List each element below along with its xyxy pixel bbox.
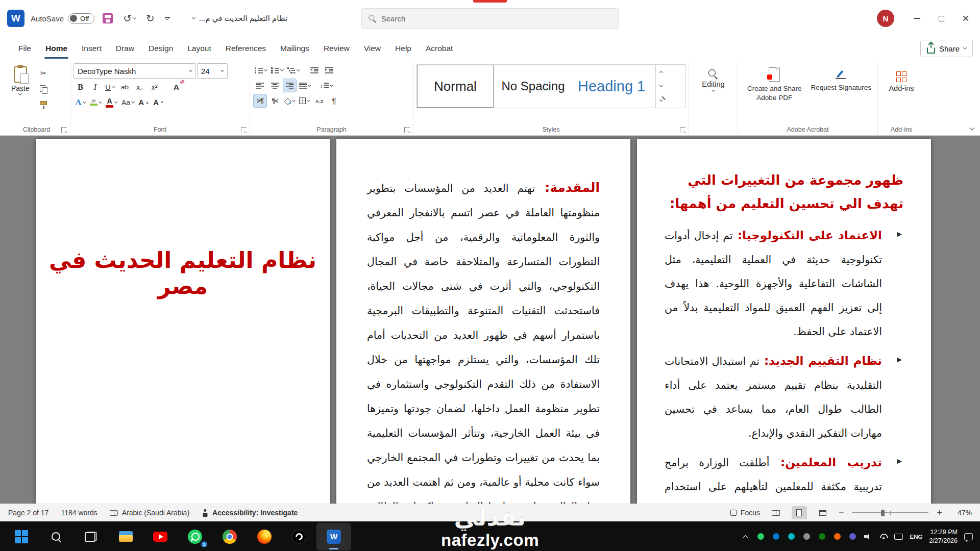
align-left-button[interactable]: [253, 79, 267, 92]
style-no-spacing[interactable]: No Spacing: [494, 65, 573, 108]
tab-review[interactable]: Review: [316, 37, 357, 60]
text-highlight-button[interactable]: [88, 95, 103, 109]
zoom-level[interactable]: 47%: [950, 509, 972, 517]
ltr-text-direction-button[interactable]: [268, 94, 282, 108]
grow-font-button[interactable]: A: [137, 95, 151, 109]
tray-app-orange[interactable]: [833, 532, 842, 541]
page-2[interactable]: المقدمة: تهتم العديد من المؤسسات بتطوير …: [336, 139, 630, 504]
tab-insert[interactable]: Insert: [75, 37, 109, 60]
style-heading-1[interactable]: Heading 1: [573, 65, 655, 108]
shading-button[interactable]: [283, 94, 297, 108]
superscript-button[interactable]: x²: [148, 80, 161, 94]
proofing-status[interactable]: Arabic (Saudi Arabia): [110, 509, 189, 517]
tray-app-blue[interactable]: [772, 532, 780, 541]
task-view-button[interactable]: [74, 523, 108, 550]
tray-app-gray[interactable]: [802, 532, 811, 541]
rtl-text-direction-button[interactable]: [253, 94, 267, 108]
clear-formatting-button[interactable]: A: [169, 80, 183, 94]
styles-scroll-down-button[interactable]: [656, 79, 667, 93]
youtube-button[interactable]: [143, 523, 178, 550]
italic-button[interactable]: I: [88, 80, 102, 94]
tray-app-shield[interactable]: [818, 532, 826, 541]
style-normal[interactable]: Normal: [417, 65, 494, 108]
redo-button[interactable]: [144, 10, 157, 27]
minimize-button[interactable]: [905, 7, 928, 30]
show-formatting-marks-button[interactable]: [327, 94, 341, 108]
word-taskbar-button[interactable]: [316, 523, 351, 550]
search-input[interactable]: [381, 14, 611, 23]
addins-button[interactable]: Add-ins: [881, 63, 922, 92]
shrink-font-button[interactable]: A: [152, 95, 165, 109]
taskbar-clock[interactable]: 12:29 PM 2/27/2026: [929, 528, 958, 545]
tray-app-teal[interactable]: [787, 532, 796, 541]
tab-home[interactable]: Home: [38, 37, 75, 60]
tab-help[interactable]: Help: [388, 37, 419, 60]
whatsapp-button[interactable]: 3: [178, 523, 212, 550]
tab-draw[interactable]: Draw: [109, 37, 141, 60]
dark-app-button[interactable]: [282, 523, 316, 550]
file-explorer-button[interactable]: [108, 523, 143, 550]
copy-button[interactable]: [37, 82, 51, 96]
paragraph-dialog-launcher[interactable]: [404, 127, 410, 133]
align-center-button[interactable]: [268, 79, 282, 92]
tab-file[interactable]: File: [11, 37, 38, 60]
touch-keyboard-button[interactable]: [894, 532, 903, 541]
increase-indent-button[interactable]: [322, 63, 336, 77]
subscript-button[interactable]: x₂: [133, 80, 146, 94]
format-painter-button[interactable]: [37, 98, 51, 112]
editing-button[interactable]: Editing: [692, 63, 734, 91]
clipboard-dialog-launcher[interactable]: [61, 127, 67, 133]
font-size-combobox[interactable]: 24: [197, 63, 228, 79]
maximize-button[interactable]: [930, 7, 952, 30]
change-case-button[interactable]: Aa: [120, 95, 136, 109]
zoom-in-button[interactable]: [937, 508, 942, 518]
page-3[interactable]: ظهور مجموعة من التغييرات التي تهدف الي ت…: [637, 139, 931, 504]
font-name-combobox[interactable]: DecoType Naskh: [74, 63, 196, 79]
tab-mailings[interactable]: Mailings: [273, 37, 316, 60]
share-button[interactable]: Share: [920, 40, 973, 57]
zoom-out-button[interactable]: [839, 508, 844, 518]
sort-button[interactable]: [312, 94, 326, 108]
bold-button[interactable]: B: [74, 80, 87, 94]
tab-layout[interactable]: Layout: [180, 37, 218, 60]
tray-app-purple[interactable]: [848, 532, 857, 541]
web-layout-button[interactable]: [815, 506, 830, 519]
network-button[interactable]: [879, 532, 888, 541]
decrease-indent-button[interactable]: [307, 63, 321, 77]
justify-button[interactable]: [298, 79, 312, 92]
styles-dialog-launcher[interactable]: [680, 127, 685, 133]
firefox-button[interactable]: [247, 523, 282, 550]
collapse-ribbon-button[interactable]: [970, 123, 974, 131]
tab-design[interactable]: Design: [141, 37, 180, 60]
tab-references[interactable]: References: [218, 37, 273, 60]
word-app-icon[interactable]: [7, 10, 24, 27]
search-bar[interactable]: [361, 8, 619, 29]
save-button[interactable]: [101, 11, 115, 26]
print-layout-button[interactable]: [792, 506, 807, 519]
tab-view[interactable]: View: [357, 37, 388, 60]
document-title-dropdown[interactable]: نظام التعليم الحديث في م...: [192, 14, 288, 23]
tab-acrobat[interactable]: Acrobat: [419, 37, 460, 60]
taskbar-search-button[interactable]: [39, 523, 74, 550]
undo-button[interactable]: [121, 10, 138, 27]
request-signatures-button[interactable]: Request Signatures: [809, 63, 873, 123]
borders-button[interactable]: [298, 94, 311, 108]
focus-mode-button[interactable]: Focus: [730, 509, 760, 517]
tray-app-green[interactable]: [756, 532, 765, 541]
bullets-button[interactable]: [253, 63, 268, 77]
underline-button[interactable]: U: [103, 80, 117, 94]
paste-button[interactable]: Paste: [6, 63, 35, 123]
start-button[interactable]: [4, 523, 39, 550]
show-hidden-icons-button[interactable]: [741, 532, 750, 541]
read-mode-button[interactable]: [768, 506, 783, 519]
input-language-button[interactable]: ENG: [910, 534, 922, 540]
text-effects-button[interactable]: A: [74, 95, 87, 109]
zoom-slider[interactable]: [852, 512, 928, 513]
font-dialog-launcher[interactable]: [241, 127, 247, 133]
create-share-adobe-pdf-button[interactable]: Create and Share Adobe PDF: [743, 63, 806, 123]
align-right-button[interactable]: [283, 79, 297, 92]
user-avatar[interactable]: N: [877, 10, 894, 27]
line-spacing-button[interactable]: [318, 79, 334, 92]
close-button[interactable]: [954, 7, 977, 30]
cut-button[interactable]: [37, 66, 51, 80]
